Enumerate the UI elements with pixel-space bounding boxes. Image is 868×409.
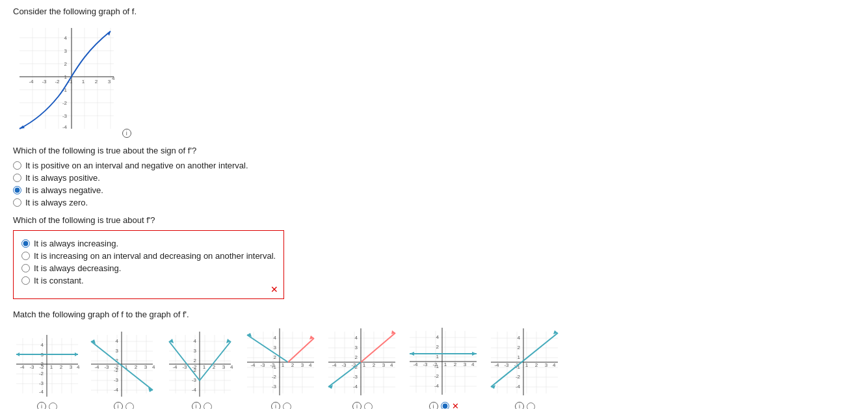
svg-text:3: 3 <box>355 345 358 350</box>
svg-text:3: 3 <box>116 348 119 354</box>
main-graph-info[interactable]: i <box>122 129 131 138</box>
q2-radio-3[interactable] <box>21 276 30 285</box>
svg-text:3: 3 <box>382 362 386 368</box>
q1-radio-2[interactable] <box>13 186 21 194</box>
svg-text:3: 3 <box>274 345 277 350</box>
svg-text:4: 4 <box>112 75 115 81</box>
q1-radio-3[interactable] <box>13 198 21 207</box>
svg-text:1: 1 <box>50 364 53 370</box>
svg-text:-3: -3 <box>341 362 347 368</box>
svg-text:-3: -3 <box>353 374 358 380</box>
svg-text:2: 2 <box>436 344 440 350</box>
svg-text:-3: -3 <box>182 364 187 370</box>
svg-text:-3: -3 <box>114 377 119 383</box>
graph-item-7: -4 -3 -2 1 2 3 4 4 2 1 -1 -2 -4 i <box>488 325 562 409</box>
svg-text:1: 1 <box>436 354 440 360</box>
graph1-footer: i <box>37 402 57 409</box>
q2-option-2[interactable]: It is always decreasing. <box>21 263 276 273</box>
graph6-info[interactable]: i <box>429 402 438 410</box>
q2-radio-0[interactable] <box>21 239 30 248</box>
graph5-radio[interactable] <box>364 402 373 410</box>
svg-marker-61 <box>16 352 20 356</box>
svg-text:2: 2 <box>355 354 358 360</box>
svg-text:2: 2 <box>518 345 521 350</box>
svg-text:4: 4 <box>436 334 440 340</box>
svg-line-149 <box>247 335 288 362</box>
svg-text:-4: -4 <box>332 362 337 368</box>
svg-text:-2: -2 <box>516 374 521 380</box>
q2-option-1[interactable]: It is increasing on an interval and decr… <box>21 251 276 261</box>
svg-marker-212 <box>472 352 477 356</box>
graph5-info[interactable]: i <box>352 402 362 409</box>
svg-text:-3: -3 <box>104 364 109 370</box>
svg-text:-2: -2 <box>114 367 119 373</box>
graph1-radio[interactable] <box>49 402 57 410</box>
svg-text:-4: -4 <box>250 362 256 368</box>
graph2-radio[interactable] <box>125 402 134 410</box>
q1-radio-1[interactable] <box>13 174 21 182</box>
graph3-info[interactable]: i <box>192 402 201 409</box>
svg-text:4: 4 <box>390 362 393 368</box>
svg-text:4: 4 <box>471 362 475 367</box>
svg-text:-1: -1 <box>434 363 440 369</box>
svg-text:4: 4 <box>230 364 233 370</box>
svg-text:2: 2 <box>213 364 216 370</box>
graph7-radio[interactable] <box>527 402 535 410</box>
graph4-footer: i <box>271 402 291 409</box>
main-graph: -4 -3 -2 -1 1 2 3 4 4 3 2 1 -1 -2 -3 -4 … <box>13 21 131 138</box>
q2-option-0[interactable]: It is always increasing. <box>21 239 276 248</box>
graph6-footer: i ✕ <box>429 401 459 409</box>
q1-option-1[interactable]: It is always positive. <box>13 173 855 183</box>
svg-line-150 <box>288 338 314 362</box>
svg-text:4: 4 <box>152 364 155 370</box>
q1-option-2[interactable]: It is always negative. <box>13 185 855 195</box>
svg-text:-3: -3 <box>62 113 68 119</box>
q2-option-3[interactable]: It is constant. <box>21 276 276 285</box>
svg-text:-4: -4 <box>20 364 25 370</box>
svg-text:2: 2 <box>95 79 98 85</box>
svg-text:2: 2 <box>64 61 68 67</box>
svg-text:1: 1 <box>64 74 68 80</box>
graph1-info[interactable]: i <box>37 402 46 409</box>
svg-text:-4: -4 <box>39 389 44 395</box>
svg-text:3: 3 <box>222 364 226 370</box>
svg-text:3: 3 <box>144 364 148 370</box>
q2-radio-2[interactable] <box>21 264 30 272</box>
svg-text:-4: -4 <box>434 383 440 389</box>
graph4-info[interactable]: i <box>271 402 280 409</box>
q1-label-0: It is positive on an interval and negati… <box>25 161 248 170</box>
q1-option-3[interactable]: It is always zero. <box>13 198 855 207</box>
graph4-radio[interactable] <box>283 402 291 410</box>
svg-text:1: 1 <box>444 362 447 367</box>
graph-item-1: -4 -3 -2 1 2 3 4 4 3 2 -2 -3 -4 i <box>13 328 81 409</box>
graph7-info[interactable]: i <box>515 402 524 409</box>
graph-item-3: -4 -3 -2 1 2 3 4 4 3 2 -2 -3 -4 i <box>166 328 237 409</box>
q2-radio-1[interactable] <box>21 252 30 260</box>
q1-options: It is positive on an interval and negati… <box>13 161 855 207</box>
graph3-radio[interactable] <box>204 402 212 410</box>
graph3-footer: i <box>192 402 212 409</box>
graph2-info[interactable]: i <box>114 402 123 409</box>
q1-option-0[interactable]: It is positive on an interval and negati… <box>13 161 855 170</box>
graph6-radio[interactable] <box>441 402 449 409</box>
svg-text:1: 1 <box>282 362 285 368</box>
svg-text:1: 1 <box>363 362 366 368</box>
svg-text:-1: -1 <box>272 364 277 370</box>
q1-radio-0[interactable] <box>13 161 21 170</box>
svg-text:2: 2 <box>41 361 44 367</box>
svg-text:-2: -2 <box>55 79 60 85</box>
svg-text:-4: -4 <box>353 384 358 389</box>
svg-text:-4: -4 <box>413 362 418 367</box>
svg-text:2: 2 <box>373 362 376 368</box>
svg-text:2: 2 <box>274 354 277 360</box>
svg-text:2: 2 <box>194 358 197 363</box>
svg-text:-3: -3 <box>192 377 197 383</box>
q2-label-0: It is always increasing. <box>34 239 118 248</box>
svg-text:-3: -3 <box>272 384 277 389</box>
question1-text: Which of the following is true about the… <box>13 146 855 155</box>
svg-text:4: 4 <box>518 335 521 341</box>
close-x-icon[interactable]: ✕ <box>270 284 278 295</box>
svg-text:-2: -2 <box>272 374 277 380</box>
svg-text:-3: -3 <box>42 79 47 85</box>
svg-text:4: 4 <box>355 335 358 341</box>
